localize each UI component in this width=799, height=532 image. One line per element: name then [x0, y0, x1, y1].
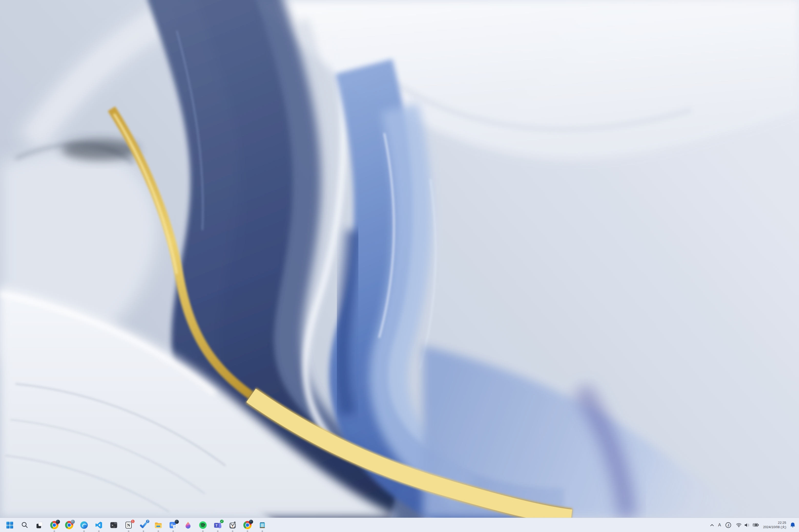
terminal-button[interactable]: >_ [109, 521, 118, 529]
profile-avatar-dark [175, 520, 179, 524]
system-tray: A J [710, 521, 795, 529]
svg-text:N: N [127, 523, 130, 527]
clock-app-icon [229, 521, 237, 529]
running-indicator [261, 531, 263, 531]
running-indicator [54, 531, 55, 531]
edge-button[interactable] [80, 521, 88, 529]
wifi-icon [736, 523, 742, 527]
chrome-profile-1-button[interactable] [50, 521, 59, 529]
running-indicator [83, 531, 85, 531]
search-button[interactable] [20, 521, 29, 529]
color-drop-button[interactable] [184, 521, 193, 529]
battery-button[interactable] [752, 523, 759, 527]
notification-badge: 7 [146, 519, 150, 523]
quick-settings [736, 523, 759, 527]
bell-icon [790, 522, 795, 528]
wallpaper [0, 0, 799, 518]
notification-bell-button[interactable] [790, 522, 795, 528]
svg-text:文: 文 [174, 525, 176, 528]
svg-text:>_: >_ [111, 524, 115, 527]
taskbar: >_ N 1 [0, 518, 799, 532]
start-button[interactable] [5, 521, 14, 529]
spotify-icon [199, 521, 207, 529]
running-indicator [98, 531, 99, 531]
edge-icon [80, 521, 88, 529]
profile-avatar-dark [249, 520, 253, 524]
profile-avatar-dark [56, 520, 60, 524]
status-badge-check: ✓ [220, 519, 224, 523]
search-icon [21, 521, 29, 529]
ime-mode-indicator[interactable]: A [718, 523, 721, 527]
running-indicator [158, 531, 159, 531]
todo-button[interactable]: 7 [139, 521, 148, 529]
terminal-icon: >_ [110, 521, 117, 529]
task-view-icon [36, 521, 43, 529]
chrome-profile-3-button[interactable] [243, 521, 252, 529]
file-explorer-button[interactable] [154, 521, 163, 529]
wallpaper-art [0, 0, 799, 518]
taskbar-pinned-apps: >_ N 1 [5, 521, 267, 529]
chevron-up-icon [710, 524, 714, 526]
running-indicator [143, 531, 144, 531]
svg-text:T: T [216, 524, 218, 527]
running-indicator [247, 531, 248, 531]
wifi-button[interactable] [736, 523, 742, 527]
hidden-icons-chevron[interactable] [710, 524, 714, 526]
running-indicator [128, 531, 129, 531]
notepad-icon [258, 521, 266, 529]
running-indicator [217, 531, 219, 531]
clock-date: 2024/10/08 (火) [763, 525, 786, 529]
j-tray-letter: J [727, 523, 729, 527]
color-drop-icon [184, 521, 192, 529]
speaker-icon [744, 523, 750, 527]
profile-avatar-steel [71, 520, 75, 524]
vscode-icon [95, 521, 103, 529]
j-tray-icon[interactable]: J [725, 522, 731, 528]
windows-logo-icon [6, 521, 14, 529]
svg-text:G: G [171, 523, 174, 527]
chrome-profile-2-button[interactable] [65, 521, 74, 529]
task-view-button[interactable] [35, 521, 44, 529]
running-indicator [172, 531, 174, 531]
volume-button[interactable] [744, 523, 750, 527]
notion-button[interactable]: N 1 [124, 521, 133, 529]
clock-app-button[interactable] [228, 521, 237, 529]
ime-mode-letter: A [718, 523, 721, 527]
battery-charging-icon [752, 523, 759, 527]
clock-time: 22:25 [763, 521, 786, 525]
teams-button[interactable]: T ✓ [213, 521, 222, 529]
vscode-button[interactable] [94, 521, 103, 529]
taskbar-clock[interactable]: 22:25 2024/10/08 (火) [763, 521, 786, 529]
spotify-button[interactable] [199, 521, 207, 529]
desktop[interactable]: >_ N 1 [0, 0, 799, 532]
translate-button[interactable]: G 文 [169, 521, 178, 529]
running-indicator [202, 531, 204, 531]
folder-icon [154, 521, 162, 529]
notepad-button[interactable] [258, 521, 267, 529]
notification-badge: 1 [131, 519, 135, 523]
running-indicator [232, 531, 233, 531]
